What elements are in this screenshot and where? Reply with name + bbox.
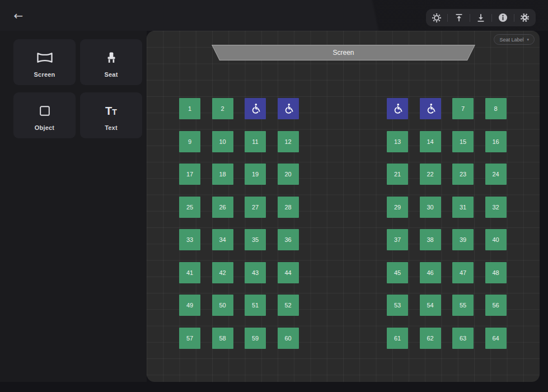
seat[interactable]: 10 bbox=[212, 131, 233, 152]
editor-canvas[interactable]: Screen Seat Label ▾ 12789101112131415161… bbox=[147, 31, 540, 382]
wheelchair-icon bbox=[424, 102, 437, 115]
seat[interactable]: 2 bbox=[212, 98, 233, 119]
download-icon bbox=[475, 12, 486, 24]
toolbar bbox=[426, 9, 536, 26]
text-icon: Tt bbox=[105, 102, 117, 119]
seat[interactable]: 28 bbox=[278, 197, 299, 218]
tool-label: Seat bbox=[104, 71, 118, 78]
settings-button[interactable] bbox=[516, 9, 535, 26]
seat[interactable]: 56 bbox=[485, 295, 507, 316]
screen-icon bbox=[36, 49, 54, 66]
seat[interactable]: 63 bbox=[452, 328, 474, 349]
wheelchair-icon bbox=[391, 102, 404, 115]
seat[interactable]: 61 bbox=[387, 328, 408, 349]
seat[interactable]: 21 bbox=[387, 164, 408, 185]
seat-accessible[interactable] bbox=[278, 98, 299, 119]
seat[interactable]: 46 bbox=[420, 262, 441, 283]
tool-grid: Screen Seat Object Tt bbox=[0, 31, 147, 138]
seat[interactable]: 36 bbox=[278, 229, 299, 250]
wheelchair-icon bbox=[282, 102, 294, 115]
seat-accessible[interactable] bbox=[420, 98, 441, 119]
seat[interactable]: 37 bbox=[387, 229, 408, 250]
seat[interactable]: 64 bbox=[485, 328, 507, 349]
seat[interactable]: 25 bbox=[179, 197, 200, 218]
seat-icon bbox=[104, 49, 119, 66]
seat[interactable]: 22 bbox=[420, 164, 441, 185]
tool-object[interactable]: Object bbox=[13, 92, 76, 138]
seat[interactable]: 11 bbox=[245, 131, 266, 152]
seat[interactable]: 38 bbox=[420, 229, 441, 250]
seat[interactable]: 33 bbox=[179, 229, 200, 250]
info-icon bbox=[497, 12, 509, 24]
seat[interactable]: 51 bbox=[245, 295, 266, 316]
seat[interactable]: 40 bbox=[485, 229, 507, 250]
seat[interactable]: 35 bbox=[245, 229, 266, 250]
wheelchair-icon bbox=[249, 102, 261, 115]
seat[interactable]: 24 bbox=[485, 164, 507, 185]
seat[interactable]: 14 bbox=[420, 131, 441, 152]
seat[interactable]: 8 bbox=[485, 98, 507, 119]
tool-seat[interactable]: Seat bbox=[80, 39, 142, 85]
seat[interactable]: 12 bbox=[278, 131, 299, 152]
tool-label: Text bbox=[105, 124, 118, 131]
seat[interactable]: 43 bbox=[245, 262, 266, 283]
tool-palette-sidebar: Screen Seat Object Tt bbox=[0, 31, 147, 382]
seat[interactable]: 48 bbox=[485, 262, 507, 283]
seat[interactable]: 53 bbox=[387, 295, 408, 316]
toolbar-divider bbox=[447, 14, 448, 22]
seat[interactable]: 30 bbox=[420, 197, 441, 218]
seat[interactable]: 59 bbox=[245, 328, 266, 349]
seat[interactable]: 13 bbox=[387, 131, 408, 152]
download-button[interactable] bbox=[471, 9, 490, 26]
seat[interactable]: 15 bbox=[452, 131, 474, 152]
tool-text[interactable]: Tt Text bbox=[80, 92, 142, 138]
seat[interactable]: 19 bbox=[245, 164, 266, 185]
gear-icon bbox=[519, 12, 531, 24]
topbar: ← bbox=[0, 0, 548, 31]
seat[interactable]: 31 bbox=[452, 197, 474, 218]
seat[interactable]: 16 bbox=[485, 131, 507, 152]
seat[interactable]: 45 bbox=[387, 262, 408, 283]
seat[interactable]: 62 bbox=[420, 328, 441, 349]
seat[interactable]: 29 bbox=[387, 197, 408, 218]
seat[interactable]: 60 bbox=[278, 328, 299, 349]
seat[interactable]: 18 bbox=[212, 164, 233, 185]
seat-accessible[interactable] bbox=[387, 98, 408, 119]
gear-outline-icon bbox=[430, 12, 443, 24]
seat[interactable]: 42 bbox=[212, 262, 233, 283]
seat[interactable]: 47 bbox=[452, 262, 474, 283]
toolbar-divider bbox=[491, 14, 492, 22]
object-icon bbox=[38, 102, 52, 119]
seat-accessible[interactable] bbox=[245, 98, 266, 119]
settings-outline-button[interactable] bbox=[427, 9, 446, 26]
tool-label: Screen bbox=[34, 71, 55, 78]
toolbar-divider bbox=[470, 14, 470, 22]
seat[interactable]: 32 bbox=[485, 197, 507, 218]
seat[interactable]: 49 bbox=[179, 295, 200, 316]
seat[interactable]: 7 bbox=[452, 98, 474, 119]
seat[interactable]: 1 bbox=[179, 98, 200, 119]
seat-grid: 1278910111213141516171819202122232425262… bbox=[147, 31, 540, 382]
seat[interactable]: 50 bbox=[212, 295, 233, 316]
seat[interactable]: 34 bbox=[212, 229, 233, 250]
upload-icon bbox=[453, 12, 465, 24]
seat[interactable]: 58 bbox=[212, 328, 233, 349]
seat[interactable]: 27 bbox=[245, 197, 266, 218]
seat[interactable]: 55 bbox=[452, 295, 474, 316]
seat[interactable]: 39 bbox=[452, 229, 474, 250]
seat[interactable]: 44 bbox=[278, 262, 299, 283]
seat[interactable]: 23 bbox=[452, 164, 474, 185]
seat[interactable]: 57 bbox=[179, 328, 200, 349]
seat[interactable]: 54 bbox=[420, 295, 441, 316]
seat[interactable]: 9 bbox=[179, 131, 200, 152]
info-button[interactable] bbox=[493, 9, 512, 26]
seat[interactable]: 17 bbox=[179, 164, 200, 185]
seat[interactable]: 41 bbox=[179, 262, 200, 283]
tool-screen[interactable]: Screen bbox=[13, 39, 76, 85]
seat[interactable]: 26 bbox=[212, 197, 233, 218]
upload-button[interactable] bbox=[449, 9, 469, 26]
seat[interactable]: 52 bbox=[278, 295, 299, 316]
back-button[interactable]: ← bbox=[10, 8, 27, 23]
seat[interactable]: 20 bbox=[278, 164, 299, 185]
tool-label: Object bbox=[35, 124, 54, 131]
